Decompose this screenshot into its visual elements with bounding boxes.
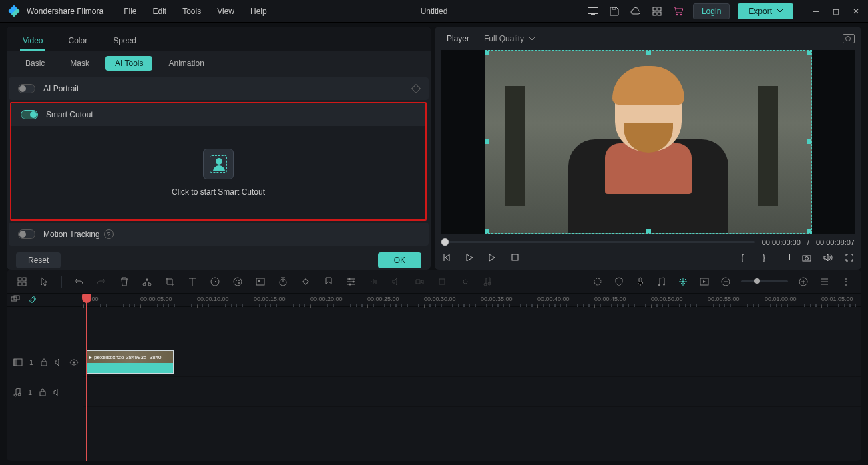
tab-video[interactable]: Video [20,32,45,51]
resize-handle[interactable] [646,229,651,234]
next-frame-icon[interactable] [487,252,497,263]
auto-beat-icon[interactable] [677,276,689,288]
playhead[interactable] [86,294,87,461]
undo-icon[interactable] [73,276,85,288]
mute-icon[interactable] [53,388,61,396]
subtab-basic[interactable]: Basic [16,56,54,71]
list-view-icon[interactable] [819,276,831,288]
resize-handle[interactable] [485,229,489,234]
color-icon[interactable] [232,276,244,288]
marker-icon[interactable] [322,276,335,288]
ok-button[interactable]: OK [378,252,421,268]
menu-file[interactable]: File [124,7,136,16]
tab-speed[interactable]: Speed [110,32,139,51]
video-track-icon [13,358,23,366]
keyframe-icon[interactable] [300,276,312,288]
minimize-button[interactable]: ─ [809,5,823,18]
speedramp-icon[interactable] [277,276,289,288]
subtab-ai-tools[interactable]: AI Tools [105,56,152,71]
apps-icon[interactable] [650,5,664,18]
cart-icon[interactable] [672,5,685,18]
eye-icon[interactable] [69,359,79,366]
resize-handle[interactable] [485,50,489,55]
delete-icon[interactable] [118,276,130,288]
menu-tools[interactable]: Tools [182,7,201,16]
scrub-track[interactable] [441,241,755,243]
preview-frame[interactable] [485,50,812,234]
camera-icon[interactable] [801,252,812,263]
text-icon[interactable] [186,276,198,288]
mic-icon[interactable] [634,276,646,288]
snapshot-icon[interactable] [843,34,855,43]
audio-mixer-icon[interactable] [656,276,668,288]
greenscreen-icon[interactable] [254,276,266,288]
prev-frame-icon[interactable] [441,252,452,263]
play-icon[interactable] [464,252,475,263]
zoom-in-icon[interactable] [797,276,809,288]
panel-footer: Reset OK [7,246,431,270]
save-icon[interactable] [608,5,621,18]
app-logo-icon [8,5,20,17]
mute-icon[interactable] [55,358,63,366]
subtab-animation[interactable]: Animation [159,56,213,71]
motion-tracking-toggle[interactable] [18,229,35,239]
split-icon[interactable] [141,276,153,288]
crop-icon[interactable] [164,276,176,288]
chevron-down-icon [777,9,783,13]
cloud-icon[interactable] [629,5,642,18]
help-icon[interactable]: ? [104,229,114,239]
resize-handle[interactable] [485,139,489,144]
keyframe-icon[interactable] [411,84,421,93]
quality-dropdown[interactable]: Full Quality [484,34,535,43]
export-button[interactable]: Export [738,3,793,19]
effects-icon[interactable] [592,276,604,288]
subtab-mask[interactable]: Mask [61,56,99,71]
display-icon[interactable] [780,252,791,263]
close-button[interactable]: ✕ [849,5,863,18]
overlap-icon[interactable] [11,295,21,306]
resize-handle[interactable] [807,139,812,144]
menu-help[interactable]: Help [250,7,267,16]
svg-point-34 [594,278,601,285]
render-icon[interactable] [698,276,710,288]
login-button[interactable]: Login [693,3,730,19]
smart-cutout-start-button[interactable] [203,149,234,179]
volume-icon[interactable] [823,252,833,263]
zoom-out-icon[interactable] [720,276,732,288]
lock-icon[interactable] [39,388,47,396]
reset-button[interactable]: Reset [16,252,61,268]
screen-recorder-icon[interactable] [586,5,600,18]
video-track[interactable]: ▸pexelsbxnzo-3849935_3840 [83,347,861,377]
tab-color[interactable]: Color [65,32,90,51]
smart-cutout-toggle[interactable] [21,110,38,119]
resize-handle[interactable] [646,50,651,55]
ruler-mark: 00:01:00:00 [765,296,797,302]
maximize-button[interactable]: ◻ [829,5,843,18]
preview-viewport[interactable] [441,50,855,234]
shield-icon[interactable] [613,276,625,288]
menu-edit[interactable]: Edit [153,7,167,16]
mark-in-icon[interactable]: { [737,252,748,263]
more-icon[interactable]: ⋮ [840,276,852,288]
stop-icon[interactable] [509,252,520,263]
fullscreen-icon[interactable] [844,252,855,263]
lock-icon[interactable] [40,358,48,366]
scrub-thumb[interactable] [441,238,449,246]
audio-track[interactable] [83,377,861,407]
ai-portrait-toggle[interactable] [18,84,35,93]
speed-icon[interactable] [209,276,221,288]
menu-view[interactable]: View [217,7,234,16]
link-icon[interactable] [28,295,39,306]
zoom-slider[interactable] [741,280,788,282]
grid-icon[interactable] [16,276,28,288]
resize-handle[interactable] [807,50,812,55]
resize-handle[interactable] [807,229,812,234]
time-ruler[interactable]: 00:0000:00:05:0000:00:10:0000:00:15:0000… [83,294,861,307]
adjust-icon[interactable] [345,276,357,288]
tracks-area[interactable]: 00:0000:00:05:0000:00:10:0000:00:15:0000… [83,294,861,461]
mark-out-icon[interactable]: } [758,252,769,263]
export-label: Export [748,7,772,16]
cursor-icon[interactable] [39,276,51,288]
svg-rect-14 [23,278,26,281]
video-clip[interactable]: ▸pexelsbxnzo-3849935_3840 [86,350,174,374]
